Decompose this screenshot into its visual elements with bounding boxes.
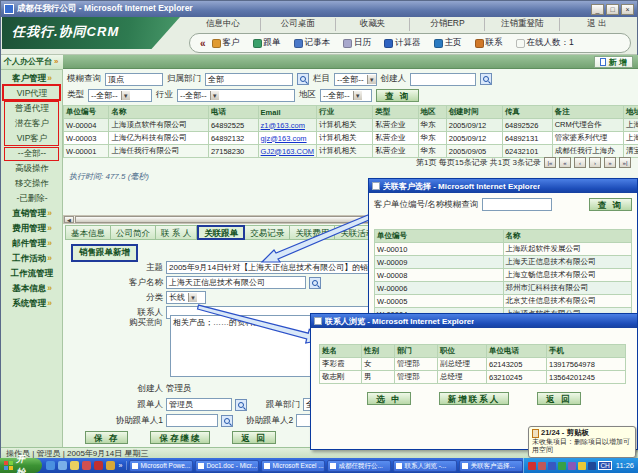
popup1-query-input[interactable] [482,198,552,211]
dept-input[interactable]: 全部 [205,73,293,86]
sidebar-personal-office[interactable]: 个人办公平台 [1,55,63,70]
minimize-button[interactable]: _ [591,4,604,15]
tab-related-orders[interactable]: 关联跟单 [197,225,245,240]
collapse-toolbar-icon[interactable]: « [200,38,206,49]
creator-lookup-icon[interactable] [480,73,492,85]
creator-input[interactable] [410,73,476,86]
save-continue-button[interactable]: 保存继续 [150,431,210,444]
popup2-back-button[interactable]: 返 回 [537,392,580,405]
quicklaunch-more-icon[interactable]: » [118,462,122,469]
menu-item-erp[interactable]: 分销ERP [410,18,485,31]
ie-quicklaunch-icon[interactable] [46,461,55,470]
pager-prev-icon[interactable]: ‹ [574,157,586,168]
pager-fast-prev-icon[interactable]: « [559,157,571,168]
region-select[interactable]: --全部-- [320,89,372,102]
taskbar-window-button[interactable]: 成都任我行公... [327,460,391,472]
popup1-row[interactable]: W-00009 上海天正信息技术有限公司 [375,256,632,269]
pager-first-icon[interactable]: |« [544,157,556,168]
toolbar-item[interactable]: 联系 [475,37,503,49]
sidebar-item-basic-info[interactable]: 基本信息 [1,281,63,296]
column-header[interactable]: 电话 [208,106,258,119]
tray-volume-icon[interactable] [578,462,586,470]
form-back-button[interactable]: 返 回 [232,431,275,444]
industry-select[interactable]: --全部-- [177,89,295,102]
sidebar-item-direct-sales[interactable]: 直销管理 [1,206,63,221]
save-button[interactable]: 保 存 [85,431,128,444]
sidebar-item-work-activity[interactable]: 工作活动 [1,251,63,266]
taskbar-window-button[interactable]: Doc1.doc - Micr... [195,460,259,472]
tab-transactions[interactable]: 交易记录 [245,225,290,240]
column-select[interactable]: --全部-- [334,73,377,86]
tray-updown-icon[interactable] [558,462,566,470]
type-select[interactable]: --全部-- [88,89,152,102]
language-indicator[interactable]: CH [598,461,611,470]
popup1-row[interactable]: W-00010 上海跃起软件发展公司 [375,243,632,256]
close-button[interactable]: × [621,4,634,15]
popup2-row[interactable]: 李彩霞 女 管理部 副总经理 62143205 13917564978 [320,358,626,371]
add-new-button[interactable]: 新 增 [594,56,633,68]
sidebar-item-all[interactable]: --全部-- [1,146,63,161]
sidebar-item-transfer-ops[interactable]: 移交操作 [1,176,63,191]
column-header[interactable]: 地区 [418,106,446,119]
column-header[interactable]: 单位编号 [64,106,109,119]
column-header[interactable]: 类型 [373,106,418,119]
sidebar-item-deleted[interactable]: -已删除- [1,191,63,206]
tray-display-icon[interactable] [548,462,556,470]
tab-related-expense[interactable]: 关联费用 [290,225,335,240]
pager-next-icon[interactable]: › [589,157,601,168]
column-header[interactable]: 行业 [316,106,372,119]
tab-company-profile[interactable]: 公司简介 [111,225,156,240]
helper1-lookup-icon[interactable] [221,415,233,427]
sidebar-item-advanced-ops[interactable]: 高级操作 [1,161,63,176]
tab-basic-info[interactable]: 基本信息 [65,225,111,240]
customer-name-input[interactable]: 上海天正信息技术有限公司 [166,276,306,289]
toolbar-item[interactable]: 客户 [212,37,240,49]
cell-email[interactable]: z1@163.com [258,119,316,132]
sidebar-item-workflow-mgmt[interactable]: 工作流管理 [1,266,63,281]
toolbar-item[interactable]: 主页 [434,37,462,49]
toolbar-item[interactable]: 跟单 [253,37,281,49]
dept-lookup-icon[interactable] [297,73,309,85]
outlook-quicklaunch-icon[interactable] [58,461,67,470]
sidebar-item-vip-customer[interactable]: VIP客户 [1,131,63,146]
column-header[interactable]: 地址 [624,106,638,119]
pager-fast-next-icon[interactable]: » [604,157,616,168]
helper1-input[interactable] [166,414,218,427]
scroll-left-icon[interactable]: ◀ [64,216,74,223]
tray-app-icon[interactable] [568,462,576,470]
tray-shield-icon[interactable] [528,462,536,470]
sidebar-item-potential-customer[interactable]: 潜在客户 [1,116,63,131]
sidebar-item-mail-mgmt[interactable]: 邮件管理 [1,236,63,251]
tray-msg-icon[interactable] [538,462,546,470]
column-header[interactable]: 创建时间 [446,106,502,119]
sidebar-item-customer-mgmt[interactable]: 客户管理 [1,71,63,86]
app-quicklaunch-icon[interactable] [94,461,103,470]
column-header[interactable]: 名称 [109,106,208,119]
subject-input[interactable]: 2005年9月14日针对【上海天正信息技术有限公司】的销售跟单 [166,261,398,274]
tab-contacts[interactable]: 联 系 人 [156,225,197,240]
pager-last-icon[interactable]: »| [619,157,631,168]
maximize-button[interactable]: □ [606,4,619,15]
popup2-add-contact-button[interactable]: 新增联系人 [439,392,510,405]
column-header[interactable]: Email [258,106,316,119]
tracker-lookup-icon[interactable] [235,399,247,411]
cell-email[interactable]: gjz@163.com [258,132,316,145]
toolbar-item[interactable]: 在线人数：1 [516,37,574,49]
menu-item-exit[interactable]: 退 出 [560,18,634,31]
cell-email[interactable]: GJ2@163.COM [258,145,316,158]
menu-item-relogin[interactable]: 注销重登陆 [485,18,560,31]
desktop-quicklaunch-icon[interactable] [70,461,79,470]
category-select[interactable]: 长线 [166,291,206,304]
popup1-row[interactable]: W-00008 上海立畅信息技术有限公司 [375,269,632,282]
sidebar-item-vip-agent[interactable]: VIP代理 [1,86,63,101]
customer-lookup-icon[interactable] [309,277,321,289]
fuzzy-query-input[interactable]: 顶点 [105,73,163,86]
toolbar-item[interactable]: 日历 [343,37,371,49]
toolbar-item[interactable]: 计算器 [384,37,421,49]
tracker-input[interactable]: 管理员 [166,398,232,411]
taskbar-window-button[interactable]: 联系人浏览 -... [393,460,457,472]
pen-quicklaunch-icon[interactable] [106,461,115,470]
sidebar-item-system-mgmt[interactable]: 系统管理 [1,296,63,311]
customer-row[interactable]: W-00003 上海亿为科技有限公司 64892132 gjz@163.com … [64,132,638,145]
sidebar-item-normal-agent[interactable]: 普通代理 [1,101,63,116]
